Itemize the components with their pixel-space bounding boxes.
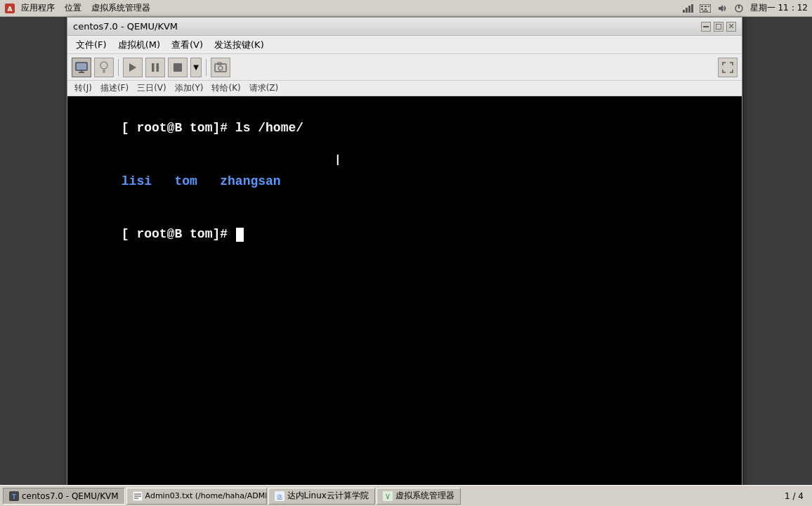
svg-point-32 — [218, 66, 223, 70]
toolbar: ▼ — [67, 54, 742, 81]
terminal-prompt-2: [ root@B tom]# — [122, 227, 235, 241]
app-menu[interactable]: 应用程序 — [17, 1, 59, 15]
svg-rect-19 — [76, 63, 87, 70]
svg-rect-28 — [157, 63, 159, 72]
terminal-dir-zhangsan: zhangsan — [220, 174, 280, 188]
svg-rect-3 — [686, 8, 688, 13]
terminal-dir-tom: tom — [174, 174, 197, 188]
taskbar-virt-icon: V — [383, 491, 393, 501]
taskbar: T centos7.0 - QEMU/KVM Admin03.txt (/hom… — [0, 485, 812, 506]
taskbar-item-linux[interactable]: 达 达内Linux云计算学院 — [268, 488, 375, 505]
svg-marker-13 — [719, 5, 723, 12]
menu-bar: 文件(F) 虚拟机(M) 查看(V) 发送按键(K) — [67, 36, 742, 54]
sec-menu-item-1[interactable]: 转(J) — [70, 81, 96, 96]
toolbar-separator-2 — [206, 59, 207, 76]
taskbar-centos-icon: T — [9, 491, 19, 501]
volume-icon — [716, 3, 728, 14]
terminal-prompt-1: [ root@B tom]# — [122, 121, 235, 135]
title-bar: centos7.0 - QEMU/KVM ✕ — [67, 18, 742, 36]
terminal-line-2: lisi tom zhangsan — [76, 155, 733, 209]
svg-rect-17 — [716, 24, 721, 30]
power-icon[interactable] — [733, 3, 745, 14]
svg-point-22 — [100, 62, 107, 69]
lightbulb-button[interactable] — [94, 58, 114, 77]
taskbar-virt-label: 虚拟系统管理器 — [395, 490, 454, 502]
position-menu[interactable]: 位置 — [60, 1, 86, 15]
sec-menu-item-5[interactable]: 转给(K) — [207, 81, 244, 96]
taskbar-admin-label: Admin03.txt (/home/haha/ADMI-... — [145, 491, 267, 500]
sec-menu-item-3[interactable]: 三日(V) — [133, 81, 171, 96]
svg-rect-29 — [173, 63, 182, 72]
virt-manager-menu[interactable]: 虚拟系统管理器 — [87, 1, 155, 15]
system-bar-right: 星期一 11：12 — [683, 2, 808, 14]
stop-button[interactable] — [168, 58, 188, 77]
restore-button[interactable] — [714, 22, 723, 32]
sec-menu-item-4[interactable]: 添加(Y) — [171, 81, 208, 96]
svg-rect-16 — [703, 26, 709, 27]
close-button[interactable]: ✕ — [726, 22, 736, 32]
svg-rect-2 — [683, 10, 685, 13]
svg-rect-10 — [701, 8, 703, 10]
terminal-spacer-2 — [197, 174, 220, 188]
clock: 星期一 11：12 — [750, 2, 808, 14]
terminal-spacer-1 — [152, 174, 174, 188]
vm-menu[interactable]: 虚拟机(M) — [112, 37, 166, 53]
pause-button[interactable] — [145, 58, 165, 77]
terminal-area[interactable]: [ root@B tom]# ls /home/ lisi tom zhangs… — [67, 96, 742, 486]
minimize-button[interactable] — [701, 22, 711, 32]
taskbar-item-virt[interactable]: V 虚拟系统管理器 — [376, 488, 461, 505]
svg-marker-26 — [129, 63, 136, 72]
play-button[interactable] — [123, 58, 143, 77]
taskbar-item-centos[interactable]: T centos7.0 - QEMU/KVM — [3, 488, 125, 505]
sec-menu-item-2[interactable]: 描述(F) — [96, 81, 133, 96]
svg-text:T: T — [12, 494, 16, 500]
view-menu[interactable]: 查看(V) — [166, 37, 209, 53]
svg-rect-5 — [691, 4, 693, 13]
screenshot-button[interactable] — [211, 58, 230, 77]
text-cursor-indicator: | — [334, 154, 341, 167]
terminal-command-1: ls /home/ — [235, 121, 303, 135]
svg-text:A: A — [8, 6, 13, 13]
svg-rect-11 — [705, 8, 707, 10]
sec-menu-item-6[interactable]: 请求(Z) — [245, 81, 283, 96]
system-logo-icon: A — [4, 3, 15, 14]
system-bar-left: A 应用程序 位置 虚拟系统管理器 — [4, 1, 155, 15]
svg-text:V: V — [386, 494, 390, 500]
secondary-menu: 转(J) 描述(F) 三日(V) 添加(Y) 转给(K) 请求(Z) — [67, 81, 742, 96]
window-title: centos7.0 - QEMU/KVM — [73, 21, 178, 32]
svg-rect-12 — [702, 11, 708, 12]
svg-rect-7 — [701, 6, 703, 7]
qemu-window: centos7.0 - QEMU/KVM ✕ 文件(F) 虚拟机(M) 查看(V… — [67, 17, 742, 486]
terminal-cursor — [236, 228, 244, 242]
svg-rect-9 — [708, 6, 709, 7]
system-bar: A 应用程序 位置 虚拟系统管理器 — [0, 0, 812, 17]
toolbar-separator-1 — [118, 59, 119, 76]
svg-rect-8 — [705, 6, 707, 7]
window-controls: ✕ — [701, 22, 736, 32]
monitor-button[interactable] — [72, 58, 91, 77]
taskbar-admin-icon — [133, 491, 143, 501]
fullscreen-button[interactable] — [718, 58, 738, 77]
svg-rect-4 — [688, 6, 690, 13]
network-icon — [683, 3, 694, 14]
taskbar-linux-label: 达内Linux云计算学院 — [287, 490, 369, 502]
terminal-line-3: [ root@B tom]# — [76, 208, 733, 261]
svg-text:达: 达 — [277, 494, 282, 500]
taskbar-linux-icon: 达 — [275, 491, 284, 501]
terminal-line-1: [ root@B tom]# ls /home/ — [76, 102, 733, 155]
terminal-dir-lisi: lisi — [122, 174, 152, 188]
keyboard-icon — [700, 3, 711, 14]
taskbar-centos-label: centos7.0 - QEMU/KVM — [22, 491, 119, 501]
svg-rect-27 — [152, 63, 155, 72]
file-menu[interactable]: 文件(F) — [70, 37, 112, 53]
send-key-menu[interactable]: 发送按键(K) — [209, 37, 270, 53]
taskbar-page: 1 / 4 — [779, 491, 809, 501]
taskbar-item-admin[interactable]: Admin03.txt (/home/haha/ADMI-... — [126, 488, 267, 505]
dropdown-arrow-button[interactable]: ▼ — [190, 58, 202, 77]
